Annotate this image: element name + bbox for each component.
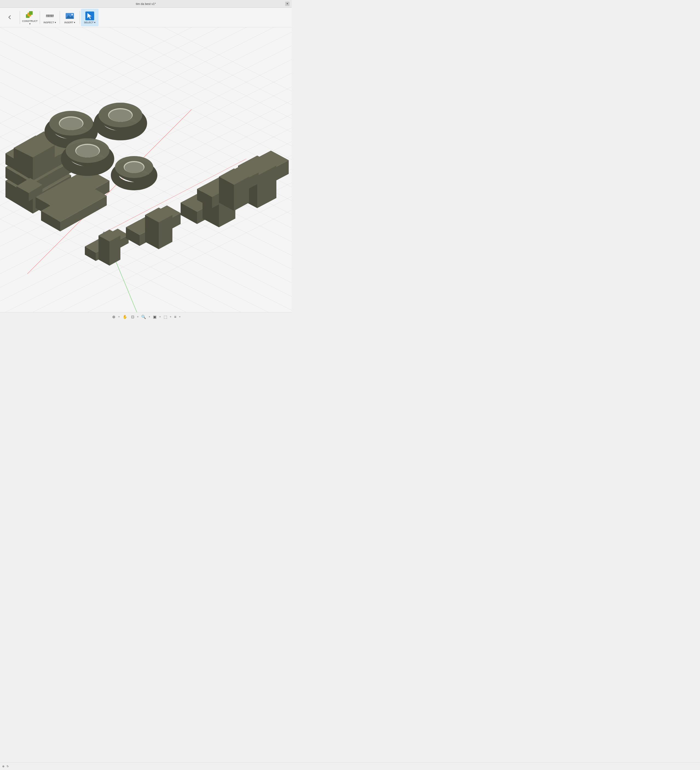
separator-1: • bbox=[118, 314, 120, 319]
svg-point-83 bbox=[60, 118, 83, 130]
svg-point-132 bbox=[103, 232, 105, 234]
inspect-icon bbox=[45, 11, 55, 21]
svg-point-11 bbox=[71, 14, 73, 15]
inspect-label: INSPECT ▾ bbox=[44, 21, 56, 24]
zoom-button[interactable]: 🔍 bbox=[140, 314, 147, 320]
separator-6: • bbox=[179, 314, 181, 319]
display-mode-button[interactable]: ≡ bbox=[173, 314, 177, 320]
svg-point-89 bbox=[109, 109, 132, 122]
select-icon bbox=[85, 11, 95, 21]
separator-3: • bbox=[148, 314, 150, 319]
svg-point-101 bbox=[124, 162, 144, 173]
insert-label: INSERT ▾ bbox=[64, 21, 75, 24]
back-arrow-icon bbox=[5, 12, 15, 22]
ring-3 bbox=[66, 138, 110, 171]
insert-button[interactable]: INSERT ▾ bbox=[61, 9, 79, 26]
divider-2 bbox=[40, 11, 40, 24]
separator-5: • bbox=[170, 314, 172, 319]
construct-icon bbox=[25, 10, 35, 19]
toolbar: CONSTRUCT ▾ INSPECT ▾ bbox=[0, 8, 292, 28]
insert-icon bbox=[65, 11, 75, 21]
inspect-button[interactable]: INSPECT ▾ bbox=[41, 9, 58, 26]
separator-4: • bbox=[159, 314, 161, 319]
svg-rect-2 bbox=[29, 11, 32, 15]
construct-button[interactable]: CONSTRUCT ▾ bbox=[21, 9, 39, 26]
window-title: tim da best v1* bbox=[136, 2, 156, 5]
separator-2: • bbox=[137, 314, 139, 319]
pan-tool-button[interactable]: ✋ bbox=[121, 314, 128, 320]
view-mode-1-button[interactable]: ▣ bbox=[152, 314, 158, 320]
select-button[interactable]: SELECT ▾ bbox=[81, 9, 98, 26]
view-mode-2-button[interactable]: ⬚ bbox=[163, 314, 168, 320]
scene-svg bbox=[0, 28, 292, 312]
title-bar: tim da best v1* × bbox=[0, 0, 292, 8]
ring-4 bbox=[115, 156, 153, 186]
svg-point-95 bbox=[76, 145, 99, 157]
zoom-fit-button[interactable]: ⊡ bbox=[130, 314, 135, 320]
close-button[interactable]: × bbox=[285, 2, 290, 6]
construct-label: CONSTRUCT ▾ bbox=[22, 20, 37, 26]
ring-2 bbox=[98, 103, 142, 136]
move-tool-button[interactable]: ⊕ bbox=[111, 314, 116, 320]
back-button[interactable] bbox=[1, 9, 19, 26]
bottom-toolbar: ⊕ • ✋ ⊡ • 🔍 • ▣ • ⬚ • ≡ • bbox=[0, 312, 292, 321]
select-label: SELECT ▾ bbox=[84, 21, 95, 24]
divider-3 bbox=[60, 11, 60, 24]
viewport[interactable] bbox=[0, 28, 292, 312]
